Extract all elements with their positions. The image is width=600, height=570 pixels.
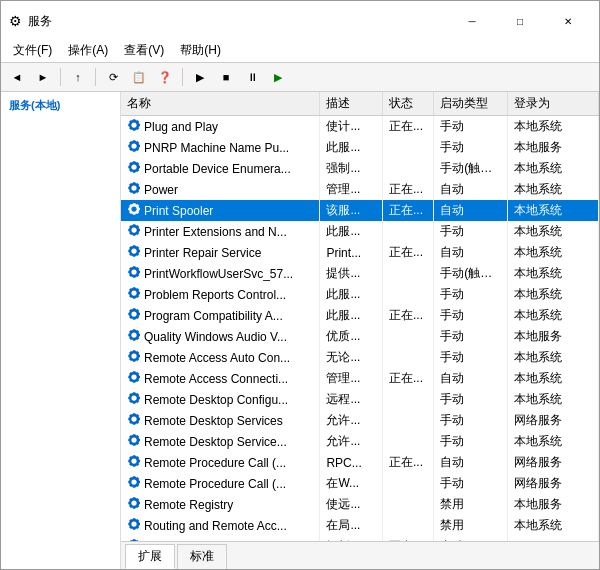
table-wrapper[interactable]: 名称 描述 状态 启动类型 登录为 Plug and Play使计...正在..… bbox=[121, 92, 599, 541]
service-start-type: 手动(触发... bbox=[434, 158, 508, 179]
service-start-type: 手动(触发... bbox=[434, 263, 508, 284]
col-header-desc: 描述 bbox=[320, 92, 383, 116]
table-row[interactable]: Print Spooler该服...正在...自动本地系统 bbox=[121, 200, 599, 221]
service-start-type: 手动 bbox=[434, 221, 508, 242]
table-row[interactable]: PrintWorkflowUserSvc_57...提供...手动(触发...本… bbox=[121, 263, 599, 284]
service-icon bbox=[127, 475, 141, 492]
service-icon bbox=[127, 118, 141, 135]
service-state bbox=[382, 326, 433, 347]
service-login: 本地系统 bbox=[508, 242, 599, 263]
service-login: 网络服务 bbox=[508, 410, 599, 431]
sidebar-local-services[interactable]: 服务(本地) bbox=[5, 96, 116, 115]
service-state: 正在... bbox=[382, 116, 433, 138]
service-name: Routing and Remote Acc... bbox=[144, 519, 287, 533]
service-name: Power bbox=[144, 183, 178, 197]
window-icon: ⚙ bbox=[9, 13, 22, 29]
service-icon bbox=[127, 433, 141, 450]
minimize-button[interactable]: ─ bbox=[449, 7, 495, 35]
service-name: Remote Procedure Call (... bbox=[144, 477, 286, 491]
table-row[interactable]: Printer Repair ServicePrint...正在...自动本地系… bbox=[121, 242, 599, 263]
service-start-type: 手动 bbox=[434, 410, 508, 431]
table-row[interactable]: Portable Device Enumera...强制...手动(触发...本… bbox=[121, 158, 599, 179]
back-button[interactable]: ◄ bbox=[5, 66, 29, 88]
service-desc: 允许... bbox=[320, 431, 383, 452]
service-desc: 该服... bbox=[320, 200, 383, 221]
service-login: 网络服务 bbox=[508, 452, 599, 473]
service-name: Printer Repair Service bbox=[144, 246, 261, 260]
refresh-button[interactable]: ⟳ bbox=[101, 66, 125, 88]
service-desc: 管理... bbox=[320, 179, 383, 200]
table-row[interactable]: Remote Access Connecti...管理...正在...自动本地系… bbox=[121, 368, 599, 389]
up-button[interactable]: ↑ bbox=[66, 66, 90, 88]
tab-standard[interactable]: 标准 bbox=[177, 544, 227, 569]
service-login: 本地系统 bbox=[508, 347, 599, 368]
services-table: 名称 描述 状态 启动类型 登录为 Plug and Play使计...正在..… bbox=[121, 92, 599, 541]
forward-button[interactable]: ► bbox=[31, 66, 55, 88]
service-login: 本地系统 bbox=[508, 305, 599, 326]
service-state: 正在... bbox=[382, 452, 433, 473]
menu-view[interactable]: 查看(V) bbox=[116, 39, 172, 62]
service-start-type: 手动 bbox=[434, 137, 508, 158]
service-icon bbox=[127, 328, 141, 345]
service-desc: 此服... bbox=[320, 221, 383, 242]
service-login: 本地系统 bbox=[508, 200, 599, 221]
service-name: Remote Access Auto Con... bbox=[144, 351, 290, 365]
pause-button[interactable]: ⏸ bbox=[240, 66, 264, 88]
service-icon bbox=[127, 181, 141, 198]
table-row[interactable]: Routing and Remote Acc...在局...禁用本地系统 bbox=[121, 515, 599, 536]
table-row[interactable]: Remote Registry使远...禁用本地服务 bbox=[121, 494, 599, 515]
service-state bbox=[382, 473, 433, 494]
table-row[interactable]: Program Compatibility A...此服...正在...手动本地… bbox=[121, 305, 599, 326]
menu-help[interactable]: 帮助(H) bbox=[172, 39, 229, 62]
service-login: 本地系统 bbox=[508, 284, 599, 305]
service-name: Remote Procedure Call (... bbox=[144, 456, 286, 470]
table-row[interactable]: PNRP Machine Name Pu...此服...手动本地服务 bbox=[121, 137, 599, 158]
resume-button[interactable]: ▶ bbox=[266, 66, 290, 88]
service-login: 本地服务 bbox=[508, 326, 599, 347]
service-desc: 在W... bbox=[320, 473, 383, 494]
service-icon bbox=[127, 517, 141, 534]
start-button[interactable]: ▶ bbox=[188, 66, 212, 88]
service-start-type: 手动 bbox=[434, 305, 508, 326]
table-row[interactable]: Plug and Play使计...正在...手动本地系统 bbox=[121, 116, 599, 138]
service-start-type: 手动 bbox=[434, 473, 508, 494]
menu-action[interactable]: 操作(A) bbox=[60, 39, 116, 62]
service-name: Quality Windows Audio V... bbox=[144, 330, 287, 344]
table-row[interactable]: Remote Access Auto Con...无论...手动本地系统 bbox=[121, 347, 599, 368]
toolbar-sep-3 bbox=[182, 68, 183, 86]
table-row[interactable]: Remote Desktop Services允许...手动网络服务 bbox=[121, 410, 599, 431]
service-state bbox=[382, 431, 433, 452]
service-desc: 在局... bbox=[320, 515, 383, 536]
service-state bbox=[382, 158, 433, 179]
service-login: 本地系统 bbox=[508, 263, 599, 284]
maximize-button[interactable]: □ bbox=[497, 7, 543, 35]
table-row[interactable]: Printer Extensions and N...此服...手动本地系统 bbox=[121, 221, 599, 242]
service-state bbox=[382, 515, 433, 536]
menu-file[interactable]: 文件(F) bbox=[5, 39, 60, 62]
stop-button[interactable]: ■ bbox=[214, 66, 238, 88]
table-row[interactable]: Remote Desktop Service...允许...手动本地系统 bbox=[121, 431, 599, 452]
toolbar-sep-2 bbox=[95, 68, 96, 86]
table-row[interactable]: Quality Windows Audio V...优质...手动本地服务 bbox=[121, 326, 599, 347]
help-button[interactable]: ❓ bbox=[153, 66, 177, 88]
service-state bbox=[382, 263, 433, 284]
table-row[interactable]: Remote Procedure Call (...在W...手动网络服务 bbox=[121, 473, 599, 494]
table-row[interactable]: Remote Desktop Configu...远程...手动本地系统 bbox=[121, 389, 599, 410]
service-desc: 此服... bbox=[320, 284, 383, 305]
service-desc: 此服... bbox=[320, 305, 383, 326]
service-state bbox=[382, 410, 433, 431]
service-icon bbox=[127, 202, 141, 219]
service-state: 正在... bbox=[382, 242, 433, 263]
export-button[interactable]: 📋 bbox=[127, 66, 151, 88]
service-desc: 提供... bbox=[320, 263, 383, 284]
service-name: Remote Registry bbox=[144, 498, 233, 512]
table-row[interactable]: Power管理...正在...自动本地系统 bbox=[121, 179, 599, 200]
close-button[interactable]: ✕ bbox=[545, 7, 591, 35]
table-row[interactable]: Remote Procedure Call (...RPC...正在...自动网… bbox=[121, 452, 599, 473]
service-start-type: 手动 bbox=[434, 284, 508, 305]
table-row[interactable]: Problem Reports Control...此服...手动本地系统 bbox=[121, 284, 599, 305]
service-login: 本地系统 bbox=[508, 431, 599, 452]
table-header-row: 名称 描述 状态 启动类型 登录为 bbox=[121, 92, 599, 116]
tab-extended[interactable]: 扩展 bbox=[125, 544, 175, 569]
service-start-type: 手动 bbox=[434, 347, 508, 368]
